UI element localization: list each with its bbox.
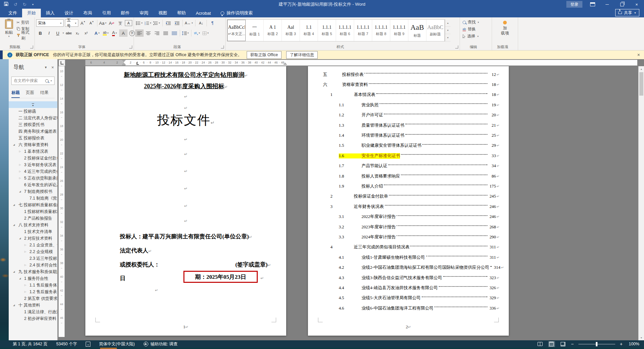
shrink-font-button[interactable]: A▼ — [87, 19, 96, 27]
collapsed-icon[interactable]: ▷ — [19, 163, 21, 166]
vertical-ruler[interactable]: 10121416182022242628303234363840424446 — [59, 66, 65, 337]
nav-heading-item[interactable]: 五 投标报价表 — [9, 135, 57, 141]
share-button[interactable]: 共享 ▼ — [615, 9, 639, 16]
page-indicator[interactable]: 第 1 页, 共 1642 页 — [13, 341, 48, 347]
document-page-2[interactable]: 五投标报价表12↵六资格审查资料18↵1基本情况表18↵1.1营业执照19↵1.… — [308, 66, 509, 336]
nav-heading-item[interactable]: 2 投标保证金付款单 — [9, 155, 57, 161]
grow-font-button[interactable]: A▲ — [79, 19, 87, 27]
style-gallery-item[interactable]: 一标题 1 — [246, 20, 264, 41]
ribbon-tab[interactable]: 设计 — [60, 9, 78, 17]
subscript-button[interactable]: x₂ — [73, 29, 82, 37]
styles-dialog-launcher-icon[interactable] — [455, 45, 458, 48]
document-page-1[interactable]: 新地能源工程技术有限公司水平定向钻用膨润↵ 2025年-2026年度采购入围招标… — [85, 66, 286, 336]
phonetic-guide-button[interactable]: wén文 — [116, 19, 125, 27]
nav-heading-item[interactable]: 二 法定代表人身份证明 — [9, 115, 57, 121]
style-gallery-item[interactable]: AaBbCcDdI↵本文正... — [227, 20, 246, 41]
sort-button[interactable]: A↓ — [197, 19, 205, 27]
nav-heading-item[interactable]: 2 第五章 供货要求 — [9, 295, 57, 302]
legal-rep-line[interactable]: 法定代表人↵ — [120, 247, 152, 254]
text-effects-button[interactable]: A▼ — [93, 29, 101, 37]
collapsed-icon[interactable]: ▷ — [24, 290, 26, 293]
expanded-icon[interactable]: ◢ — [13, 270, 15, 273]
zoom-slider[interactable] — [578, 344, 615, 344]
multilevel-list-button[interactable]: ▼ — [153, 19, 161, 27]
nav-heading-item[interactable]: ◢2 对应技术资料 — [9, 235, 57, 242]
ribbon-tab[interactable]: 视图 — [153, 9, 172, 17]
toc-row[interactable]: 1.2开户许可证20↵ — [318, 110, 499, 120]
paragraph-dialog-launcher-icon[interactable] — [221, 45, 224, 48]
collapsed-icon[interactable]: ▷ — [24, 250, 26, 253]
undo-icon[interactable]: ↺ — [14, 2, 17, 7]
distribute-button[interactable] — [170, 29, 178, 37]
save-icon[interactable] — [4, 1, 8, 7]
font-name-combo[interactable]: 宋体▼ — [36, 19, 64, 27]
nav-heading-item[interactable]: ◢1 服务符合性 — [9, 275, 57, 282]
nav-heading-item[interactable]: 2.3 近三年投标产... — [9, 255, 57, 262]
toc-row[interactable]: 1基本情况表18↵ — [318, 90, 499, 100]
toc-row[interactable]: 3.32024年度审计报告290↵ — [318, 232, 499, 242]
expanded-icon[interactable]: ◢ — [19, 237, 21, 240]
nav-heading-item[interactable]: 一 投标函 — [9, 108, 57, 115]
horizontal-ruler[interactable]: 642 246810121416182022242628303234363840… — [58, 59, 644, 66]
shading-button[interactable]: ▼ — [193, 29, 201, 37]
increase-indent-button[interactable] — [173, 19, 181, 27]
ribbon-tab[interactable]: Acrobat — [191, 9, 216, 17]
cover-heading-2[interactable]: 2025年-2026年度采购入围招标↵ — [85, 82, 286, 90]
style-gallery-item[interactable]: 1.1标题 4 — [300, 20, 318, 41]
document-title[interactable]: 投标文件↵ — [85, 112, 286, 129]
document-search-input[interactable]: 在文档中搜索 ▼ — [11, 77, 55, 85]
nav-heading-item[interactable]: ◢十 其他资料 — [9, 302, 57, 309]
toc-row[interactable]: 3.22023年度审计报告268↵ — [318, 222, 499, 232]
nav-heading-item[interactable]: 6 近年发生的诉讼及... — [9, 182, 57, 188]
nav-heading-item[interactable]: ▷3 近年财务状况表 — [9, 161, 57, 168]
style-gallery-item[interactable]: 1.1.1.1标题 8 — [372, 20, 390, 41]
align-right-button[interactable] — [153, 29, 161, 37]
toc-row[interactable]: 六资格审查资料18↵ — [318, 80, 499, 90]
character-border-button[interactable]: A — [125, 20, 132, 26]
highlight-color-button[interactable]: ab▼ — [102, 29, 110, 37]
toc-row[interactable]: 1.5职业健康安全管理体系认证证书29↵ — [318, 141, 499, 151]
zoom-level[interactable]: 100% — [627, 342, 639, 346]
zoom-slider-thumb[interactable] — [596, 342, 597, 346]
nav-heading-item[interactable]: ◢八 技术支持资料 — [9, 222, 57, 228]
nav-heading-item[interactable]: ◢九 技术服务和质保期服... — [9, 268, 57, 275]
nav-heading-item[interactable]: 1 技术文件清单 — [9, 228, 57, 235]
right-indent-marker[interactable] — [283, 63, 287, 65]
nav-heading-item[interactable]: ▷2.4 技术符合性 — [9, 262, 57, 268]
align-left-button[interactable] — [135, 29, 144, 37]
style-gallery-item[interactable]: 1.1.1.1标题 7 — [354, 20, 372, 41]
ribbon-tab[interactable]: 邮件 — [116, 9, 135, 17]
toc-row[interactable]: 4近三年完成的类似项目情况表311↵ — [318, 242, 499, 252]
clear-formatting-button[interactable]: A — [107, 19, 116, 27]
collapsed-icon[interactable]: ▷ — [24, 264, 26, 266]
nav-heading-item[interactable]: ▲ — [9, 101, 57, 108]
styles-more-icon[interactable]: ▼ — [445, 34, 451, 41]
vertical-scrollbar[interactable]: ▲ ▼ — [638, 66, 644, 340]
zoom-out-button[interactable]: − — [571, 341, 574, 347]
first-line-indent-marker[interactable] — [122, 60, 126, 62]
nav-heading-item[interactable]: ▷2.1 企业资质、专... — [9, 242, 57, 248]
language-indicator[interactable]: 简体中文(中国大陆) — [99, 341, 135, 347]
nav-heading-item[interactable]: ▷2.2 企业规模 — [9, 248, 57, 255]
nav-heading-item[interactable]: 7.1 制造商《营业... — [9, 195, 57, 202]
borders-button[interactable]: ▼ — [202, 29, 210, 37]
zoom-in-button[interactable]: + — [620, 341, 623, 347]
nav-heading-item[interactable]: ▷4 近三年完成的类似... — [9, 168, 57, 175]
replace-button[interactable]: ab替换 — [461, 26, 490, 33]
style-gallery-item[interactable]: 1.1.1标题 5 — [318, 20, 336, 41]
left-indent-marker[interactable] — [122, 65, 126, 66]
toc-row[interactable]: 4.6业绩6-中国石油集团海洋工程有限公司336↵ — [318, 303, 499, 313]
change-case-button[interactable]: Aa▼ — [99, 19, 107, 27]
show-marks-button[interactable]: ¶ — [208, 19, 217, 27]
expanded-icon[interactable]: ◢ — [13, 224, 15, 226]
collapsed-icon[interactable]: ▷ — [19, 177, 21, 180]
find-button[interactable]: 查找▼ — [461, 19, 490, 26]
expanded-icon[interactable]: ◢ — [13, 204, 15, 206]
restore-button[interactable] — [615, 0, 629, 9]
close-button[interactable]: × — [629, 0, 644, 9]
style-gallery-item[interactable]: A 1标题 2 — [264, 20, 282, 41]
notice-close-icon[interactable]: × — [637, 52, 640, 57]
nav-heading-item[interactable]: ▷5 正在供货和新承接... — [9, 175, 57, 182]
ribbon-tab[interactable]: 布局 — [78, 9, 97, 17]
toc-row[interactable]: 4.1业绩1-甘肃耀硕生物科技有限公司311↵ — [318, 252, 499, 262]
